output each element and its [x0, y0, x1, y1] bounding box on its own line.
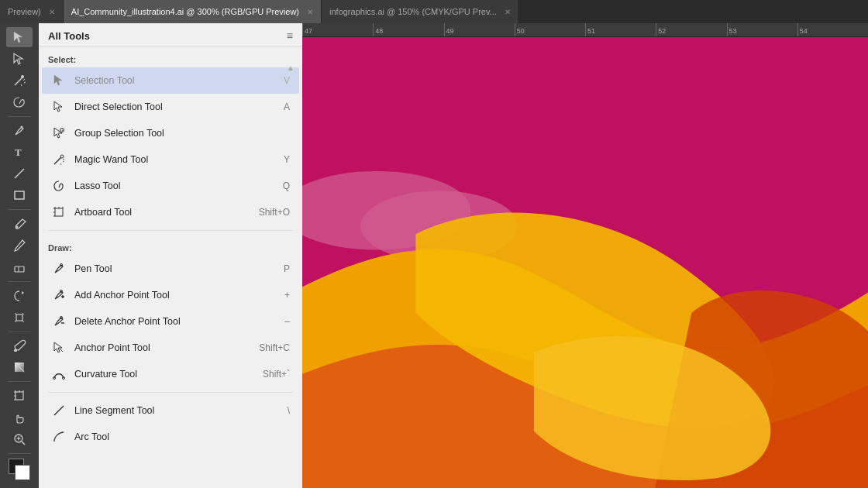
- tab-label-3: infographics.ai @ 150% (CMYK/GPU Prev...: [329, 7, 497, 16]
- magic-wand-tool-btn[interactable]: [6, 70, 33, 91]
- tool-item-add-anchor[interactable]: Add Anchor Point Tool +: [42, 282, 299, 308]
- tool-item-lasso[interactable]: Lasso Tool Q: [42, 173, 299, 199]
- type-tool-btn[interactable]: T: [6, 142, 33, 162]
- line-segment-icon: [51, 403, 67, 418]
- section-label-draw: Draw:: [39, 235, 302, 256]
- svg-line-6: [21, 84, 22, 86]
- tab-close-3[interactable]: ✕: [505, 8, 511, 16]
- tool-shortcut-pen: P: [284, 263, 290, 274]
- tool-item-group-selection[interactable]: + Group Selection Tool: [42, 120, 299, 146]
- selection-tool-btn[interactable]: [6, 27, 33, 47]
- svg-marker-57: [54, 342, 62, 352]
- svg-line-5: [24, 82, 26, 83]
- section-divider: [48, 230, 293, 231]
- svg-line-16: [15, 313, 16, 314]
- line-tool-btn[interactable]: [6, 163, 33, 184]
- ruler-tick-51: 51: [585, 23, 656, 36]
- svg-marker-34: [54, 75, 62, 85]
- svg-marker-0: [14, 32, 22, 43]
- tool-item-direct-selection[interactable]: Direct Selection Tool A: [42, 94, 299, 120]
- pen-icon: [51, 261, 67, 277]
- ruler-tick-54: 54: [797, 23, 868, 36]
- tool-shortcut-lasso: Q: [283, 180, 290, 191]
- svg-line-39: [54, 157, 61, 164]
- anchor-point-icon: [51, 340, 67, 356]
- tab-label: Preview): [8, 7, 41, 16]
- tool-shortcut-selection: V: [284, 75, 290, 86]
- tool-name-direct: Direct Selection Tool: [74, 101, 277, 112]
- tool-name-line-segment: Line Segment Tool: [74, 405, 281, 416]
- ruler-tick-53: 53: [727, 23, 797, 36]
- tool-name-group: Group Selection Tool: [74, 128, 284, 139]
- tab-infographics[interactable]: infographics.ai @ 150% (CMYK/GPU Prev...…: [322, 0, 519, 23]
- all-tools-panel: All Tools ≡ ▲ Select: Selection Tool V: [39, 23, 302, 488]
- panel-menu-icon[interactable]: ≡: [287, 29, 293, 42]
- tool-item-line-segment[interactable]: Line Segment Tool \: [42, 397, 299, 424]
- ruler-tick-50: 50: [515, 23, 585, 36]
- direct-selection-tool-btn[interactable]: [6, 49, 33, 69]
- rotate-tool-btn[interactable]: [6, 286, 33, 306]
- scale-tool-btn[interactable]: [6, 308, 33, 328]
- gradient-tool-btn[interactable]: [6, 357, 33, 377]
- tool-item-anchor-point[interactable]: Anchor Point Tool Shift+C: [42, 335, 299, 361]
- tool-item-magic-wand[interactable]: Magic Wand Tool Y: [42, 146, 299, 173]
- pencil-tool-btn[interactable]: [6, 235, 33, 256]
- svg-point-7: [21, 125, 23, 128]
- svg-marker-14: [22, 291, 24, 294]
- pen-tool-btn[interactable]: [6, 121, 33, 141]
- separator-5: [8, 381, 31, 382]
- section-label-select: Select:: [39, 47, 302, 67]
- direct-selection-icon: [51, 99, 67, 115]
- tool-name-magic-wand: Magic Wand Tool: [74, 154, 277, 165]
- tool-item-selection[interactable]: Selection Tool V: [42, 67, 299, 94]
- tool-shortcut-direct: A: [284, 101, 290, 112]
- eyedropper-tool-btn[interactable]: [6, 335, 33, 356]
- eraser-tool-btn[interactable]: [6, 257, 33, 277]
- panel-scroll[interactable]: Select: Selection Tool V Direct Selectio: [39, 47, 302, 488]
- tab-label-active: AI_Community_illustration4.ai @ 300% (RG…: [71, 7, 299, 16]
- svg-point-3: [21, 75, 24, 78]
- rectangle-tool-btn[interactable]: [6, 185, 33, 205]
- tab-illustration[interactable]: AI_Community_illustration4.ai @ 300% (RG…: [64, 0, 322, 23]
- selection-icon: [51, 73, 67, 88]
- color-swatches: [8, 451, 31, 484]
- tab-close-1[interactable]: ✕: [49, 8, 55, 16]
- svg-line-19: [22, 321, 24, 322]
- tool-name-lasso: Lasso Tool: [74, 180, 277, 191]
- tool-item-artboard[interactable]: Artboard Tool Shift+O: [42, 199, 299, 225]
- group-selection-icon: +: [51, 125, 67, 141]
- tool-item-arc[interactable]: Arc Tool: [42, 424, 299, 450]
- arc-icon: [51, 429, 67, 445]
- tab-preview[interactable]: Preview) ✕: [0, 0, 64, 23]
- lasso-icon: [51, 178, 67, 194]
- tool-name-add-anchor: Add Anchor Point Tool: [74, 290, 278, 301]
- svg-rect-23: [16, 392, 23, 400]
- artboard-tool-btn-toolbar[interactable]: [6, 386, 33, 406]
- zoom-tool-btn[interactable]: [6, 429, 33, 449]
- delete-anchor-icon: [51, 314, 67, 329]
- add-anchor-icon: [51, 287, 67, 303]
- separator-2: [8, 209, 31, 210]
- tab-close-2[interactable]: ✕: [307, 8, 313, 16]
- svg-rect-15: [16, 314, 22, 321]
- tab-bar: Preview) ✕ AI_Community_illustration4.ai…: [0, 0, 868, 23]
- color-swatch-pair[interactable]: [9, 459, 30, 480]
- tool-item-pen[interactable]: Pen Tool P: [42, 256, 299, 282]
- svg-line-58: [60, 349, 63, 352]
- artboard-icon: [51, 204, 67, 220]
- lasso-tool-btn[interactable]: [6, 92, 33, 112]
- svg-point-11: [16, 226, 19, 229]
- tool-name-anchor-point: Anchor Point Tool: [74, 342, 253, 353]
- curvature-icon: [51, 366, 67, 382]
- svg-rect-44: [55, 208, 63, 216]
- tool-item-curvature[interactable]: Curvature Tool Shift+`: [42, 361, 299, 387]
- svg-line-2: [15, 77, 22, 85]
- tool-item-delete-anchor[interactable]: Delete Anchor Point Tool –: [42, 308, 299, 335]
- background-color[interactable]: [15, 465, 30, 480]
- tool-shortcut-line: \: [288, 405, 290, 416]
- tool-shortcut-magic-wand: Y: [284, 154, 290, 165]
- paintbrush-tool-btn[interactable]: [6, 214, 33, 234]
- tool-name-arc: Arc Tool: [74, 431, 284, 442]
- hand-tool-btn[interactable]: [6, 407, 33, 428]
- svg-line-4: [23, 79, 25, 81]
